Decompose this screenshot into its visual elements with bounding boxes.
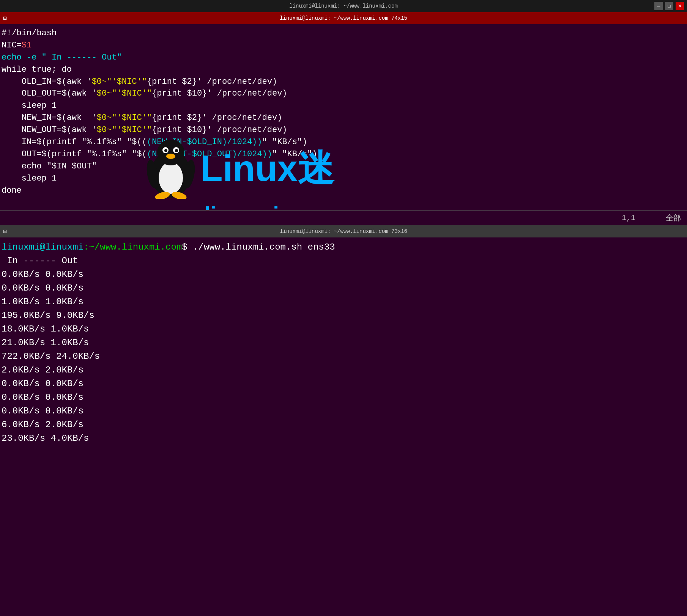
editor-title-text: linuxmi@linuxmi: ~/www.linuxmi.com 74x15 bbox=[280, 15, 407, 21]
code-line-2: NIC=$1 bbox=[2, 39, 685, 52]
prompt-user: linuxmi@linuxmi bbox=[2, 240, 84, 254]
code-line-9: NEW_OUT=$(awk '$0~"'$NIC'"{print $10}' /… bbox=[2, 124, 685, 136]
prompt-path: :~/www.linuxmi.com bbox=[84, 240, 182, 254]
code-line-1: #!/bin/bash bbox=[2, 27, 685, 39]
minimize-button[interactable]: ─ bbox=[654, 2, 663, 10]
top-title-text: linuxmi@linuxmi: ~/www.linuxmi.com bbox=[289, 3, 398, 9]
code-line-13: sleep 1 bbox=[2, 173, 685, 185]
command-text: ./www.linuxmi.com.sh ens33 bbox=[188, 240, 335, 254]
code-line-4: while true; do bbox=[2, 64, 685, 76]
code-line-10: IN=$(printf "%.1f%s" "$(((NEW_IN-$OLD_IN… bbox=[2, 136, 685, 148]
editor-mode: 全部 bbox=[666, 213, 681, 223]
terminal-output-line-12: 6.0KB/s 2.0KB/s bbox=[2, 418, 685, 432]
terminal-output-line-7: 722.0KB/s 24.0KB/s bbox=[2, 350, 685, 363]
grid-icon: ⊞ bbox=[3, 14, 7, 22]
terminal-output-line-9: 0.0KB/s 0.0KB/s bbox=[2, 377, 685, 391]
terminal-grid-icon: ⊞ bbox=[3, 228, 7, 235]
terminal-output-line-2: 0.0KB/s 0.0KB/s bbox=[2, 281, 685, 295]
terminal-output-line-10: 0.0KB/s 0.0KB/s bbox=[2, 391, 685, 404]
terminal-output[interactable]: linuxmi@linuxmi:~/www.linuxmi.com$ ./www… bbox=[0, 237, 687, 616]
cursor-position: 1,1 bbox=[622, 214, 635, 222]
window-controls: ─ □ ✕ bbox=[654, 2, 684, 10]
terminal-output-lines: In ------ Out0.0KB/s 0.0KB/s0.0KB/s 0.0K… bbox=[2, 254, 685, 445]
code-line-14: done bbox=[2, 185, 685, 197]
top-title-bar: linuxmi@linuxmi: ~/www.linuxmi.com ─ □ ✕ bbox=[0, 0, 687, 12]
editor-pane: ⊞ linuxmi@linuxmi: ~/www.linuxmi.com 74x… bbox=[0, 12, 687, 225]
code-line-6: OLD_OUT=$(awk '$0~"'$NIC'"{print $10}' /… bbox=[2, 88, 685, 100]
code-editor[interactable]: #!/bin/bash NIC=$1 echo -e " In ------ O… bbox=[0, 24, 687, 210]
prompt-line: linuxmi@linuxmi:~/www.linuxmi.com$ ./www… bbox=[2, 240, 685, 254]
terminal-output-line-6: 21.0KB/s 1.0KB/s bbox=[2, 336, 685, 350]
terminal-output-line-3: 1.0KB/s 1.0KB/s bbox=[2, 295, 685, 309]
terminal-output-line-11: 0.0KB/s 0.0KB/s bbox=[2, 404, 685, 418]
editor-status-bar: 1,1 全部 bbox=[0, 210, 687, 225]
terminal-title-text: linuxmi@linuxmi: ~/www.linuxmi.com 73x16 bbox=[280, 228, 407, 234]
terminal-output-line-4: 195.0KB/s 9.0KB/s bbox=[2, 309, 685, 322]
editor-title-bar: ⊞ linuxmi@linuxmi: ~/www.linuxmi.com 74x… bbox=[0, 12, 687, 24]
terminal-title-bar: ⊞ linuxmi@linuxmi: ~/www.linuxmi.com 73x… bbox=[0, 225, 687, 237]
terminal-output-line-13: 23.0KB/s 4.0KB/s bbox=[2, 432, 685, 445]
maximize-button[interactable]: □ bbox=[665, 2, 673, 10]
code-line-11: OUT=$(printf "%.1f%s" "$((NEW_OUT-$OLD_O… bbox=[2, 148, 685, 160]
code-line-12: echo "$IN $OUT" bbox=[2, 160, 685, 173]
code-line-5: OLD_IN=$(awk '$0~"'$NIC'"{print $2}' /pr… bbox=[2, 76, 685, 88]
terminal-pane: ⊞ linuxmi@linuxmi: ~/www.linuxmi.com 73x… bbox=[0, 225, 687, 616]
terminal-output-line-8: 2.0KB/s 2.0KB/s bbox=[2, 363, 685, 377]
code-line-7: sleep 1 bbox=[2, 100, 685, 112]
terminal-output-line-0: In ------ Out bbox=[2, 254, 685, 268]
watermark-url-text: www.linuxmi.com bbox=[150, 199, 329, 210]
code-line-3: echo -e " In ------ Out" bbox=[2, 52, 685, 64]
code-line-8: NEW_IN=$(awk '$0~"'$NIC'"{print $2}' /pr… bbox=[2, 112, 685, 124]
close-button[interactable]: ✕ bbox=[676, 2, 684, 10]
terminal-output-line-5: 18.0KB/s 1.0KB/s bbox=[2, 322, 685, 336]
terminal-output-line-1: 0.0KB/s 0.0KB/s bbox=[2, 268, 685, 281]
prompt-symbol: $ bbox=[182, 240, 187, 254]
